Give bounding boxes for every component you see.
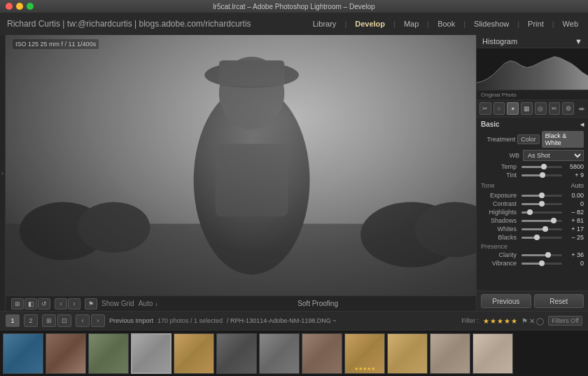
reset-button[interactable]: Reset — [534, 294, 584, 308]
flag-filter-icons: ⚑ ✕ ◯ — [522, 317, 544, 325]
thumbnail-8[interactable]: ★★★★★ — [344, 333, 385, 374]
vibrance-thumb[interactable] — [539, 260, 545, 266]
left-panel[interactable]: › — [0, 35, 6, 311]
adjustment-brush-tool[interactable]: ✏ — [549, 102, 561, 115]
loupe-view-button[interactable]: ⊡ — [57, 314, 71, 327]
nav-map[interactable]: Map — [401, 18, 421, 29]
color-treatment-button[interactable]: Color — [517, 134, 540, 144]
spot-removal-tool[interactable]: ○ — [493, 102, 505, 115]
nav-book[interactable]: Book — [435, 18, 458, 29]
filmstrip-tab-2[interactable]: 2 — [24, 314, 38, 327]
pick-flag-icon[interactable]: ⚑ — [522, 317, 528, 325]
graduated-filter-tool[interactable]: ▦ — [521, 102, 533, 115]
clarity-thumb[interactable] — [545, 252, 551, 258]
filters-off-button[interactable]: Filters Off — [548, 316, 582, 326]
thumbnail-7[interactable] — [302, 333, 342, 374]
loupe-view-button[interactable]: ⊞ — [11, 298, 24, 309]
highlights-thumb[interactable] — [527, 209, 533, 215]
close-button[interactable] — [6, 3, 13, 10]
thumbnail-6[interactable] — [259, 333, 300, 374]
shadows-slider[interactable] — [522, 220, 562, 222]
before-after-button[interactable]: ◧ — [24, 298, 37, 309]
reject-flag-icon[interactable]: ✕ — [529, 317, 535, 325]
star-1[interactable]: ★ — [483, 317, 489, 325]
wb-selector[interactable]: As Shot — [523, 150, 584, 161]
flag-button[interactable]: ⚑ — [85, 298, 97, 309]
star-filter[interactable]: ★ ★ ★ ★ ★ — [483, 317, 517, 325]
next-photo-button[interactable]: › — [68, 298, 80, 309]
photo-viewer: ISO 125 25 mm f / 11 1/400s ⊞ ◧ ↺ ‹ › ⚑ … — [6, 35, 476, 311]
next-import-button[interactable]: › — [91, 314, 105, 327]
exposure-slider[interactable] — [522, 195, 562, 197]
thumbnail-2[interactable] — [88, 333, 129, 374]
star-2[interactable]: ★ — [490, 317, 496, 325]
thumbnail-5[interactable] — [216, 333, 257, 374]
panel-collapse-icon[interactable]: ◂▸ — [578, 105, 585, 112]
highlights-slider[interactable] — [522, 211, 562, 214]
auto-label[interactable]: Auto ↓ — [139, 300, 158, 307]
temp-slider-row: Temp 5800 — [481, 163, 584, 170]
temp-thumb[interactable] — [541, 164, 547, 169]
grid-view-button[interactable]: ⊞ — [42, 314, 56, 327]
bw-treatment-button[interactable]: Black & White — [542, 131, 584, 148]
previous-button[interactable]: Previous — [481, 294, 531, 308]
show-grid-label[interactable]: Show Grid — [102, 300, 134, 307]
filmstrip-tab-1[interactable]: 1 — [6, 314, 20, 327]
vibrance-value: 0 — [564, 260, 584, 267]
toolbar: ⊞ ◧ ↺ ‹ › ⚑ Show Grid Auto ↓ Soft Proofi… — [6, 295, 476, 311]
temp-slider[interactable] — [522, 166, 562, 168]
thumbnail-4[interactable] — [174, 333, 214, 374]
nav-arrows: ‹ › — [76, 314, 105, 327]
nav-slideshow[interactable]: Slideshow — [471, 18, 512, 29]
contrast-slider-row: Contrast 0 — [481, 200, 584, 207]
radial-filter-tool[interactable]: ◎ — [535, 102, 547, 115]
histogram-collapse-icon[interactable]: ▼ — [575, 37, 582, 46]
star-3[interactable]: ★ — [497, 317, 503, 325]
no-flag-icon[interactable]: ◯ — [536, 317, 544, 325]
star-5[interactable]: ★ — [511, 317, 517, 325]
minimize-button[interactable] — [16, 3, 23, 10]
clarity-slider[interactable] — [522, 254, 562, 256]
thumbnail-9[interactable] — [387, 333, 428, 374]
blacks-thumb[interactable] — [534, 235, 540, 240]
whites-slider[interactable] — [522, 228, 562, 230]
prev-photo-button[interactable]: ‹ — [55, 298, 67, 309]
thumbnail-0[interactable] — [3, 333, 43, 374]
auto-button[interactable]: Auto — [570, 182, 584, 189]
rotate-button[interactable]: ↺ — [38, 298, 50, 309]
right-panel: Histogram ▼ — [476, 35, 588, 311]
exposure-thumb[interactable] — [539, 193, 545, 198]
svg-point-3 — [78, 202, 150, 253]
contrast-thumb[interactable] — [539, 201, 545, 207]
thumbnail-1[interactable] — [46, 333, 86, 374]
nav-print[interactable]: Print — [525, 18, 547, 29]
camera-calibration-tool[interactable]: ⚙ — [562, 102, 574, 115]
whites-thumb[interactable] — [542, 226, 548, 232]
shadows-thumb[interactable] — [551, 218, 556, 223]
nav-web[interactable]: Web — [560, 18, 581, 29]
maximize-button[interactable] — [27, 3, 34, 10]
whites-value: + 17 — [564, 225, 584, 232]
tint-slider[interactable] — [522, 174, 562, 176]
left-panel-toggle-icon[interactable]: › — [1, 169, 4, 177]
nav-library[interactable]: Library — [310, 18, 340, 29]
basic-collapse-icon[interactable]: ◂ — [580, 120, 584, 128]
star-4[interactable]: ★ — [504, 317, 510, 325]
blacks-slider[interactable] — [522, 237, 562, 239]
clarity-slider-row: Clarity + 36 — [481, 251, 584, 258]
crop-tool[interactable]: ✂ — [479, 102, 491, 115]
red-eye-tool[interactable]: ● — [507, 102, 519, 115]
brand-name: Richard Curtis — [7, 19, 60, 29]
tint-thumb[interactable] — [540, 172, 545, 178]
prev-import-button[interactable]: ‹ — [76, 314, 90, 327]
soft-proofing-label[interactable]: Soft Proofing — [298, 300, 338, 307]
nav-develop[interactable]: Develop — [352, 18, 388, 29]
highlights-label: Highlights — [481, 209, 519, 216]
thumbnail-10[interactable] — [430, 333, 470, 374]
blacks-slider-row: Blacks – 25 — [481, 234, 584, 241]
thumbnail-3[interactable] — [131, 333, 172, 374]
thumbnail-11[interactable] — [472, 333, 513, 374]
shadows-fill — [522, 220, 554, 222]
vibrance-slider[interactable] — [522, 263, 562, 265]
contrast-slider[interactable] — [522, 203, 562, 205]
